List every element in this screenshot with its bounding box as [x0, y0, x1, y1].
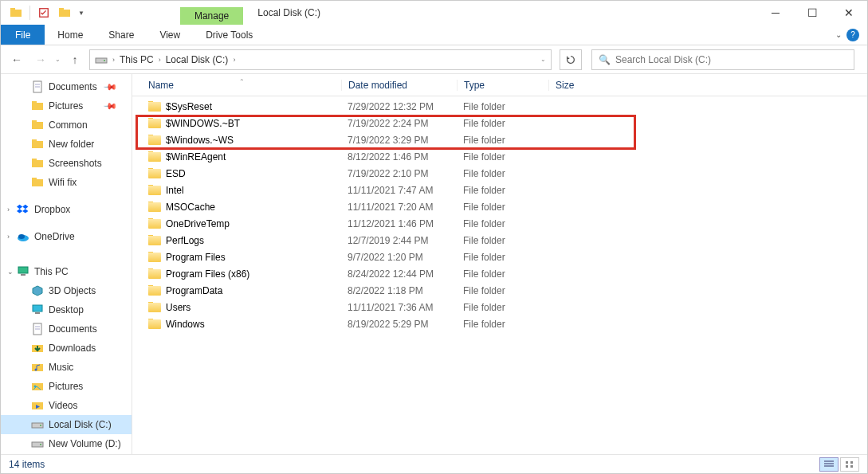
- search-box[interactable]: 🔍: [591, 49, 854, 70]
- tree-item[interactable]: Wifi fix: [1, 173, 132, 192]
- new-folder-icon[interactable]: [56, 4, 73, 22]
- close-button[interactable]: ✕: [831, 1, 867, 25]
- icons-view-icon: [845, 460, 854, 468]
- file-row[interactable]: $WinREAgent8/12/2022 1:46 PMFile folder: [132, 148, 867, 165]
- chevron-down-icon[interactable]: ⌄: [7, 268, 14, 276]
- file-date: 9/7/2022 1:20 PM: [341, 252, 457, 263]
- file-type: File folder: [457, 218, 548, 229]
- column-size[interactable]: Size: [548, 80, 596, 91]
- tab-home[interactable]: Home: [45, 25, 96, 45]
- svg-point-6: [104, 60, 105, 61]
- column-type[interactable]: Type: [457, 80, 548, 91]
- svg-rect-10: [32, 103, 43, 110]
- pin-icon: 📌: [102, 98, 117, 113]
- tree-item[interactable]: Desktop: [1, 300, 132, 319]
- tree-item[interactable]: Screenshots: [1, 154, 132, 173]
- maximize-button[interactable]: ☐: [794, 1, 831, 25]
- folder-icon: [148, 202, 161, 212]
- tab-view[interactable]: View: [147, 25, 193, 45]
- file-type: File folder: [457, 319, 548, 330]
- refresh-button[interactable]: [560, 49, 582, 70]
- file-name: OneDriveTemp: [166, 218, 230, 229]
- file-row[interactable]: $WINDOWS.~BT7/19/2022 2:24 PMFile folder: [132, 115, 867, 131]
- help-icon[interactable]: ?: [846, 29, 859, 41]
- up-button[interactable]: ↑: [65, 50, 84, 69]
- svg-rect-23: [21, 274, 26, 276]
- navigation-pane[interactable]: Documents📌Pictures📌CommonNew folderScree…: [1, 74, 132, 454]
- breadcrumb-seg[interactable]: Local Disk (C:): [166, 54, 229, 65]
- column-date[interactable]: Date modified: [341, 80, 457, 91]
- sort-indicator-icon: ⌃: [142, 78, 341, 85]
- window-title: Local Disk (C:): [257, 7, 320, 18]
- tab-drive-tools[interactable]: Drive Tools: [193, 25, 265, 45]
- tree-item[interactable]: Pictures: [1, 377, 132, 396]
- folder-icon: [148, 135, 161, 145]
- file-row[interactable]: Windows8/19/2022 5:29 PMFile folder: [132, 315, 867, 332]
- svg-point-21: [18, 234, 25, 239]
- file-row[interactable]: Program Files9/7/2022 1:20 PMFile folder: [132, 249, 867, 265]
- file-type: File folder: [457, 101, 548, 112]
- file-type: File folder: [457, 285, 548, 296]
- tree-item[interactable]: New Volume (D:): [1, 434, 132, 453]
- folder-icon: [148, 219, 161, 229]
- tree-item[interactable]: Downloads: [1, 339, 132, 358]
- file-row[interactable]: ESD7/19/2022 2:10 PMFile folder: [132, 165, 867, 182]
- address-bar[interactable]: › This PC › Local Disk (C:) › ⌄: [89, 49, 552, 70]
- file-row[interactable]: $Windows.~WS7/19/2022 3:29 PMFile folder: [132, 131, 867, 148]
- file-name: PerfLogs: [166, 235, 204, 246]
- file-type: File folder: [457, 168, 548, 179]
- ribbon-context-tab[interactable]: Manage: [180, 7, 243, 25]
- svg-rect-19: [32, 178, 37, 180]
- chevron-right-icon[interactable]: ›: [7, 206, 10, 213]
- back-button[interactable]: ←: [7, 50, 26, 69]
- tree-item[interactable]: Local Disk (C:): [1, 415, 132, 434]
- file-row[interactable]: $SysReset7/29/2022 12:32 PMFile folder: [132, 98, 867, 115]
- tree-item[interactable]: Videos: [1, 396, 132, 415]
- file-row[interactable]: ProgramData8/2/2022 1:18 PMFile folder: [132, 282, 867, 299]
- tab-file[interactable]: File: [1, 25, 45, 45]
- properties-icon[interactable]: [35, 4, 53, 22]
- file-row[interactable]: MSOCache11/11/2021 7:20 AMFile folder: [132, 198, 867, 215]
- tree-item[interactable]: Documents: [1, 319, 132, 339]
- svg-rect-18: [32, 179, 43, 186]
- tree-item[interactable]: Common: [1, 116, 132, 135]
- tree-item[interactable]: ›OneDrive: [1, 227, 132, 246]
- chevron-right-icon[interactable]: ›: [112, 56, 115, 64]
- svg-rect-12: [32, 122, 43, 129]
- file-row[interactable]: Program Files (x86)8/24/2022 12:44 PMFil…: [132, 265, 867, 282]
- forward-button[interactable]: →: [31, 50, 50, 69]
- icons-view-button[interactable]: [840, 457, 859, 472]
- tree-item[interactable]: ›Dropbox: [1, 200, 132, 219]
- tree-this-pc[interactable]: ⌄ This PC: [1, 262, 132, 281]
- tree-item[interactable]: Pictures📌: [1, 96, 132, 116]
- file-name: Intel: [166, 185, 184, 196]
- file-row[interactable]: PerfLogs12/7/2019 2:44 PMFile folder: [132, 232, 867, 249]
- column-name[interactable]: Name⌃: [142, 80, 341, 91]
- search-input[interactable]: [615, 54, 847, 65]
- tree-item[interactable]: Documents📌: [1, 77, 132, 96]
- chevron-right-icon[interactable]: ›: [7, 233, 10, 241]
- svg-point-38: [40, 444, 41, 445]
- file-name: $WinREAgent: [166, 151, 226, 163]
- chevron-right-icon[interactable]: ›: [233, 56, 235, 64]
- tree-item[interactable]: New folder: [1, 135, 132, 154]
- tree-item[interactable]: 3D Objects: [1, 281, 132, 300]
- minimize-button[interactable]: ─: [757, 1, 794, 25]
- address-dropdown-icon[interactable]: ⌄: [540, 56, 546, 63]
- history-dropdown-icon[interactable]: ⌄: [55, 56, 61, 63]
- file-type: File folder: [457, 135, 548, 146]
- qat-dropdown-icon[interactable]: ▼: [78, 10, 84, 17]
- details-view-button[interactable]: [819, 457, 839, 472]
- chevron-right-icon[interactable]: ›: [159, 56, 161, 64]
- file-row[interactable]: Intel11/11/2021 7:47 AMFile folder: [132, 182, 867, 198]
- file-row[interactable]: Users11/11/2021 7:36 AMFile folder: [132, 299, 867, 315]
- breadcrumb-seg[interactable]: This PC: [120, 54, 154, 65]
- pin-icon: 📌: [102, 79, 117, 94]
- file-row[interactable]: OneDriveTemp11/12/2021 1:46 PMFile folde…: [132, 215, 867, 232]
- ribbon-collapse-icon[interactable]: ⌄: [835, 30, 842, 39]
- file-rows: $SysReset7/29/2022 12:32 PMFile folder$W…: [132, 96, 867, 454]
- tab-share[interactable]: Share: [96, 25, 147, 45]
- tree-item[interactable]: Music: [1, 358, 132, 377]
- svg-rect-17: [32, 159, 37, 161]
- refresh-icon: [565, 54, 576, 65]
